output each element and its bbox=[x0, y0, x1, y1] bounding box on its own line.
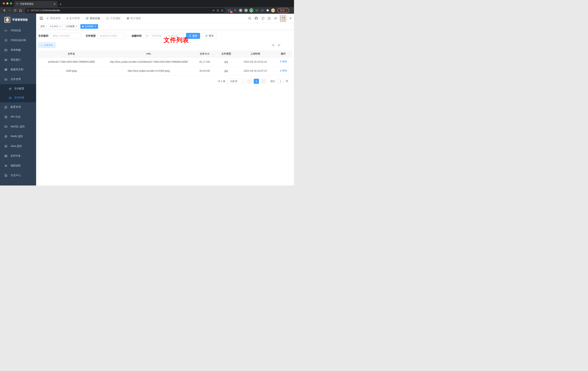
extension-emoji-icon[interactable] bbox=[271, 9, 275, 12]
next-page-button[interactable]: › bbox=[261, 79, 266, 84]
search-icon bbox=[189, 35, 191, 37]
minimize-window-button[interactable] bbox=[6, 2, 9, 4]
tag-file-list[interactable]: 文件列表 ✕ bbox=[80, 24, 98, 29]
calendar-icon bbox=[146, 34, 148, 37]
close-icon[interactable]: ✕ bbox=[94, 25, 96, 28]
chrome-update-menu[interactable]: 更新 bbox=[277, 8, 289, 13]
user-menu-caret-icon[interactable] bbox=[290, 18, 292, 19]
page-number-button[interactable]: 1 bbox=[254, 79, 259, 84]
dashboard-icon bbox=[126, 17, 129, 20]
delete-button[interactable]: 删除 bbox=[280, 60, 287, 64]
cell-upload-time: 2022-03-16 23:51:41 bbox=[236, 57, 274, 66]
forward-icon[interactable] bbox=[7, 8, 12, 13]
cell-file-type: jpg bbox=[216, 66, 236, 75]
nav-infrastructure[interactable]: 基础设施 bbox=[86, 17, 100, 20]
zoom-window-button[interactable] bbox=[10, 2, 12, 4]
file-management-submenu: 文件配置 文件列表 bbox=[0, 84, 36, 102]
pagination-total: 共 2 条 bbox=[218, 80, 225, 83]
log-edit-icon bbox=[4, 116, 7, 118]
extension-star-icon[interactable] bbox=[255, 9, 259, 12]
toggle-search-icon[interactable] bbox=[271, 43, 275, 47]
cell-file-name: a294ecb2-73dd-4353-bf40-296b8931d0bf bbox=[38, 57, 104, 66]
search-icon[interactable] bbox=[248, 17, 252, 20]
sidebar-item-form-builder[interactable]: 表单构建 bbox=[0, 45, 36, 55]
col-file-type: 文件类型 bbox=[216, 50, 236, 57]
extension-tampermonkey-icon[interactable]: 11 bbox=[228, 9, 231, 12]
tags-view-bar: 首页 个人中心 ✕ 文件配置 ✕ 文件列表 ✕ bbox=[36, 23, 294, 30]
back-icon[interactable] bbox=[2, 8, 7, 13]
extension-command-icon[interactable]: ⌘ bbox=[239, 9, 242, 12]
password-key-icon[interactable] bbox=[212, 9, 215, 12]
reset-button[interactable]: 重置 bbox=[202, 33, 217, 39]
sidebar-item-api-log[interactable]: API 日志 ﹀ bbox=[0, 112, 36, 122]
share-icon[interactable] bbox=[217, 9, 219, 12]
home-icon[interactable] bbox=[18, 8, 23, 13]
browser-toolbar: 127.0.0.1:1024/infra/file/file 11 ⌘ bbox=[0, 7, 294, 14]
extensions-puzzle-icon[interactable] bbox=[266, 9, 269, 12]
sidebar-item-java-monitor[interactable]: Java 监控 bbox=[0, 141, 36, 151]
sidebar-item-file-config[interactable]: 文件配置 bbox=[0, 84, 36, 93]
chevron-down-icon: ﹀ bbox=[31, 116, 33, 118]
app-title: 芋道管理系统 bbox=[12, 18, 28, 21]
close-window-button[interactable] bbox=[3, 2, 5, 4]
refresh-table-icon[interactable] bbox=[277, 43, 281, 47]
new-tab-button[interactable]: + bbox=[60, 2, 62, 6]
col-file-size: 文件大小 bbox=[193, 50, 216, 57]
url-text: 127.0.0.1:1024/infra/file/file bbox=[31, 9, 211, 12]
sidebar-item-scheduled-tasks[interactable]: 定时任务 bbox=[0, 151, 36, 161]
close-icon[interactable]: ✕ bbox=[59, 25, 61, 28]
table-row: 1000.jpeg http://test.yudao.iocoder.cn/1… bbox=[38, 66, 292, 75]
sidebar-item-file-list[interactable]: 文件列表 bbox=[0, 93, 36, 102]
extension-eye-icon[interactable] bbox=[260, 9, 264, 12]
tag-profile[interactable]: 个人中心 ✕ bbox=[48, 24, 63, 29]
cell-url: http://test.yudao.iocoder.cn/a294ecb2-73… bbox=[104, 57, 193, 66]
extension-recorder-icon[interactable] bbox=[244, 9, 248, 12]
site-info-icon[interactable] bbox=[27, 9, 29, 12]
start-date-input[interactable] bbox=[150, 34, 163, 37]
sidebar-item-system-api[interactable]: 系统接口 bbox=[0, 55, 36, 65]
macos-traffic-lights bbox=[3, 2, 12, 4]
sidebar-item-db-doc[interactable]: 数据库文档 bbox=[0, 65, 36, 74]
tab-close-icon[interactable]: ✕ bbox=[53, 2, 56, 5]
nav-statistics-report[interactable]: 统计报表 bbox=[126, 17, 141, 20]
font-size-icon[interactable]: TT bbox=[274, 17, 277, 20]
nav-workflow[interactable]: 工作流程 bbox=[106, 17, 120, 20]
reload-icon[interactable] bbox=[13, 8, 17, 13]
sidebar-item-config-management[interactable]: 配置管理 bbox=[0, 102, 36, 112]
sidebar-item-tracing[interactable]: 链路追踪 bbox=[0, 161, 36, 170]
form-grid-icon bbox=[4, 49, 7, 52]
help-icon[interactable]: ? bbox=[261, 17, 264, 20]
sidebar-item-code-gen-demo[interactable]: 代码生成示例 bbox=[0, 35, 36, 45]
file-type-select[interactable]: 请选择文件类型 ∨ bbox=[98, 33, 127, 39]
screen: 芋道管理系统 ✕ + 127.0.0.1:1024/infra/file/fil… bbox=[0, 0, 294, 186]
close-icon[interactable]: ✕ bbox=[76, 25, 77, 28]
goto-page-input[interactable] bbox=[277, 79, 284, 84]
fullscreen-icon[interactable] bbox=[267, 17, 271, 20]
tag-file-config[interactable]: 文件配置 ✕ bbox=[64, 24, 79, 29]
sidebar-item-mysql-monitor[interactable]: MySQL 监控 bbox=[0, 122, 36, 131]
github-icon[interactable] bbox=[255, 17, 258, 20]
extension-y-icon[interactable]: y bbox=[250, 9, 253, 12]
layers-icon bbox=[4, 135, 7, 138]
collapse-sidebar-icon[interactable] bbox=[39, 16, 44, 21]
file-path-input[interactable] bbox=[52, 34, 79, 37]
delete-button[interactable]: 删除 bbox=[280, 69, 287, 73]
sidebar-item-redis-monitor[interactable]: Redis 监控 bbox=[0, 131, 36, 141]
browser-tab[interactable]: 芋道管理系统 ✕ bbox=[14, 1, 57, 7]
trash-icon bbox=[280, 70, 282, 72]
tag-home[interactable]: 首页 bbox=[39, 24, 47, 29]
extension-kite-icon[interactable] bbox=[233, 9, 237, 12]
sidebar-item-log-center[interactable]: 日志中心 bbox=[0, 170, 36, 180]
file-path-label: 文件路径 bbox=[38, 34, 48, 38]
nav-payment-management[interactable]: ¥ 支付管理 bbox=[67, 17, 80, 20]
sidebar-item-file-management[interactable]: 文件管理 ︿ bbox=[0, 74, 36, 84]
nav-system-management[interactable]: 系统管理 bbox=[46, 17, 61, 20]
upload-file-button[interactable]: + 上传文件 bbox=[38, 42, 55, 48]
page-size-select[interactable]: 10条/页 ∨ bbox=[227, 79, 245, 84]
bookmark-star-icon[interactable] bbox=[221, 9, 224, 12]
user-avatar-qr[interactable] bbox=[280, 15, 287, 22]
prev-page-button[interactable]: ‹ bbox=[247, 79, 252, 84]
sidebar-item-code-gen[interactable]: 代码生成 bbox=[0, 26, 36, 35]
address-bar[interactable]: 127.0.0.1:1024/infra/file/file bbox=[25, 8, 225, 13]
gear-icon bbox=[46, 17, 49, 20]
